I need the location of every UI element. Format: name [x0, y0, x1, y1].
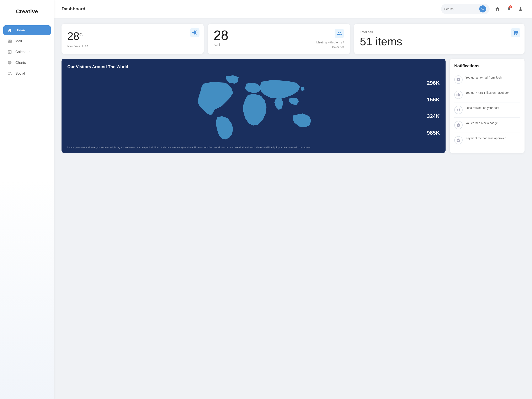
badge-notification-text: You earned a new badge: [466, 121, 498, 125]
sidebar-divider: [4, 21, 50, 21]
sell-icon-badge: [511, 28, 520, 38]
world-map-title: Our Visitors Around The World: [67, 64, 440, 69]
sidebar-item-calendar[interactable]: Calendar: [3, 47, 51, 57]
calendar-date: 28: [214, 29, 228, 42]
world-map-footer: Lorem ipsum dolour sit amet, consectetur…: [67, 146, 440, 149]
meeting-description: Meeting with client @ 10.00 AM: [313, 40, 344, 49]
sidebar-item-mail[interactable]: Mail: [3, 36, 51, 46]
sell-label: Total sell: [360, 30, 519, 34]
world-stat-3: 985K: [427, 130, 440, 136]
content-area: 28C New York, USA 28 April Meeting with …: [54, 18, 532, 399]
facebook-notification-text: You got 44,514 likes on Facebook: [466, 91, 509, 95]
bottom-row: Our Visitors Around The World: [62, 59, 525, 153]
email-notification-text: You got an e-mail from Josh: [466, 76, 502, 80]
badge-notification-icon: [454, 121, 462, 129]
notification-item-badge: You earned a new badge: [454, 118, 520, 133]
world-stats: 296K 156K 324K 985K: [427, 73, 440, 143]
sidebar-item-social-label: Social: [15, 71, 25, 76]
header: Dashboard 1: [54, 0, 532, 18]
sidebar-item-charts-label: Charts: [15, 61, 26, 65]
notification-item-payment: Payment method was approved: [454, 133, 520, 148]
sidebar-item-social[interactable]: Social: [3, 69, 51, 79]
page-title: Dashboard: [62, 6, 85, 12]
notification-item-facebook: You got 44,514 likes on Facebook: [454, 87, 520, 102]
weather-card: 28C New York, USA: [62, 24, 204, 54]
header-right: 1: [441, 4, 525, 14]
calendar-card: 28 April Meeting with client @ 10.00 AM: [208, 24, 350, 54]
user-profile-button[interactable]: [517, 5, 525, 13]
world-map-area: 296K 156K 324K 985K: [67, 73, 440, 143]
home-icon: [7, 28, 12, 33]
retweet-notification-icon: [454, 106, 462, 114]
top-cards-row: 28C New York, USA 28 April Meeting with …: [62, 24, 525, 54]
world-stat-2: 324K: [427, 113, 440, 120]
retweet-notification-text: Luna retweet on your post: [466, 106, 499, 110]
notification-item-email: You got an e-mail from Josh: [454, 72, 520, 87]
notification-badge: 1: [509, 5, 512, 8]
notifications-list: You got an e-mail from Josh You got 44,5…: [454, 72, 520, 148]
facebook-notification-icon: [454, 91, 462, 99]
sidebar: Creative Home Mail Cale: [0, 0, 54, 399]
charts-icon: [7, 60, 12, 65]
main-content: Dashboard 1: [54, 0, 532, 399]
search-input[interactable]: [444, 7, 478, 11]
calendar-icon-badge: [335, 29, 344, 38]
payment-notification-icon: [454, 136, 462, 145]
calendar-icon: [7, 50, 12, 54]
notifications-card: Notifications You got an e-mail from Jos…: [450, 59, 525, 153]
search-bar: [441, 4, 490, 14]
weather-location: New York, USA: [67, 44, 198, 48]
weather-icon-badge: [190, 28, 200, 38]
calendar-date-area: 28 April: [214, 29, 228, 46]
sell-value: 51 items: [360, 36, 519, 47]
world-map-card: Our Visitors Around The World: [62, 59, 446, 153]
social-icon: [7, 71, 12, 76]
weather-temperature: 28C: [67, 31, 198, 42]
sidebar-nav: Home Mail Calendar: [0, 25, 54, 79]
mail-icon: [7, 39, 12, 44]
home-header-button[interactable]: [493, 5, 501, 13]
sidebar-item-charts[interactable]: Charts: [3, 58, 51, 68]
sell-card: Total sell 51 items: [354, 24, 525, 54]
sidebar-item-calendar-label: Calendar: [15, 50, 30, 54]
world-map-svg: [67, 73, 440, 143]
sidebar-item-home-label: Home: [15, 28, 25, 32]
world-stat-0: 296K: [427, 80, 440, 86]
calendar-month: April: [214, 43, 228, 46]
sidebar-item-mail-label: Mail: [15, 39, 22, 43]
notifications-title: Notifications: [454, 63, 520, 68]
sidebar-logo: Creative: [0, 6, 54, 21]
sidebar-item-home[interactable]: Home: [3, 25, 51, 35]
search-button[interactable]: [479, 5, 486, 13]
payment-notification-text: Payment method was approved: [466, 136, 507, 140]
notification-item-retweet: Luna retweet on your post: [454, 102, 520, 118]
email-notification-icon: [454, 76, 462, 84]
weather-unit: C: [79, 32, 83, 37]
world-stat-1: 156K: [427, 96, 440, 103]
notification-button[interactable]: 1: [505, 5, 513, 13]
